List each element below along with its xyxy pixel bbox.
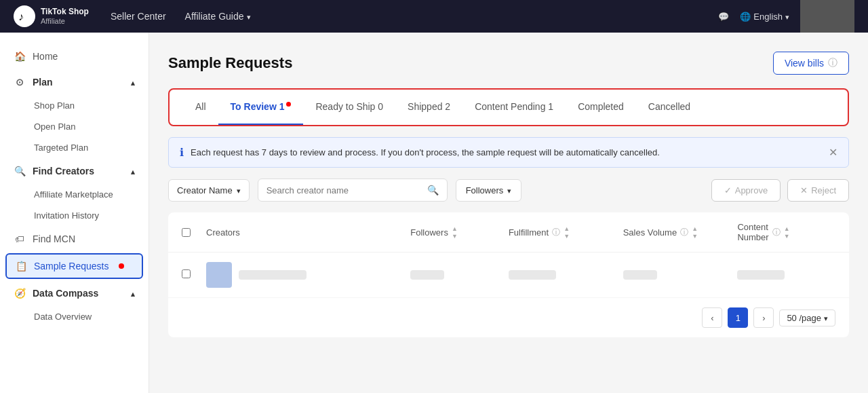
approve-check-icon: ✓ — [724, 185, 732, 195]
main-content: Sample Requests View bills ⓘ All To Revi… — [149, 33, 868, 393]
table-header: Creators Followers ▲ ▼ Fulfillment ⓘ ▲ ▼ — [168, 212, 849, 252]
language-chevron-icon — [785, 12, 789, 22]
sidebar-section-plan[interactable]: ⊙ Plan — [0, 69, 149, 95]
prev-page-button[interactable]: ‹ — [702, 307, 722, 328]
tab-all[interactable]: All — [183, 90, 218, 125]
info-banner-close-icon[interactable]: ✕ — [829, 146, 837, 159]
svg-point-0 — [14, 5, 35, 27]
sidebar: 🏠 Home ⊙ Plan Shop Plan Open Plan Target… — [0, 33, 149, 393]
td-followers — [410, 270, 509, 280]
find-creators-section-left: 🔍 Find Creators — [14, 165, 94, 177]
affiliate-guide-link[interactable]: Affiliate Guide — [185, 11, 251, 22]
sidebar-item-shop-plan[interactable]: Shop Plan — [0, 95, 149, 116]
data-compass-chevron-icon — [131, 288, 135, 299]
reject-x-icon: ✕ — [800, 185, 808, 195]
td-content-number — [737, 270, 835, 280]
td-fulfillment — [509, 270, 623, 280]
tab-content-pending[interactable]: Content Pending 1 — [462, 90, 566, 125]
per-page-selector[interactable]: 50 /page — [779, 310, 835, 326]
th-sales-volume[interactable]: Sales Volume ⓘ ▲ ▼ — [623, 225, 738, 240]
info-banner: ℹ Each request has 7 days to review and … — [168, 137, 849, 168]
td-checkbox[interactable] — [182, 269, 206, 280]
sidebar-item-targeted-plan[interactable]: Targeted Plan — [0, 137, 149, 158]
sidebar-section-data-compass[interactable]: 🧭 Data Compass — [0, 280, 149, 306]
affiliate-guide-chevron-icon — [247, 11, 251, 22]
fulfillment-value-placeholder — [509, 270, 556, 280]
followers-filter[interactable]: Followers — [456, 179, 522, 202]
creator-name-placeholder — [239, 270, 307, 280]
svg-text:♪: ♪ — [18, 11, 24, 22]
followers-value-placeholder — [410, 270, 444, 280]
tabs-card: All To Review 1 Ready to Ship 0 Shipped … — [168, 88, 849, 126]
data-compass-icon: 🧭 — [14, 287, 26, 299]
page-1-button[interactable]: 1 — [728, 307, 748, 328]
seller-center-link[interactable]: Seller Center — [111, 11, 166, 22]
home-icon: 🏠 — [14, 50, 26, 62]
th-followers[interactable]: Followers ▲ ▼ — [410, 225, 509, 240]
page-header: Sample Requests View bills ⓘ — [168, 52, 849, 75]
sidebar-item-sample-requests[interactable]: 📋 Sample Requests — [5, 253, 143, 279]
search-icon: 🔍 — [427, 185, 439, 195]
td-creator — [206, 262, 410, 288]
view-bills-info-icon: ⓘ — [828, 57, 837, 69]
user-avatar[interactable] — [800, 0, 854, 33]
th-content-number[interactable]: ContentNumber ⓘ ▲ ▼ — [737, 222, 835, 242]
td-sales-volume — [623, 270, 738, 280]
tab-cancelled[interactable]: Cancelled — [636, 90, 703, 125]
sidebar-item-find-mcn[interactable]: 🏷 Find MCN — [0, 226, 149, 252]
topnav: ♪ TikTok Shop Affiliate Seller Center Af… — [0, 0, 868, 33]
approve-button[interactable]: ✓ Approve — [711, 179, 781, 202]
tab-completed[interactable]: Completed — [566, 90, 636, 125]
sidebar-item-affiliate-marketplace[interactable]: Affiliate Marketplace — [0, 184, 149, 205]
sales-volume-help-icon[interactable]: ⓘ — [680, 227, 688, 238]
next-page-button[interactable]: › — [753, 307, 774, 328]
sales-sort-icon[interactable]: ▲ ▼ — [692, 225, 698, 240]
creator-name-filter[interactable]: Creator Name — [168, 179, 250, 202]
sidebar-item-data-overview[interactable]: Data Overview — [0, 306, 149, 327]
sidebar-item-open-plan[interactable]: Open Plan — [0, 116, 149, 137]
sample-requests-icon: 📋 — [15, 260, 27, 272]
content-number-help-icon[interactable]: ⓘ — [772, 227, 781, 238]
content-value-placeholder — [737, 270, 785, 280]
search-input[interactable] — [267, 185, 422, 195]
followers-sort-icon[interactable]: ▲ ▼ — [452, 225, 458, 240]
sidebar-item-home[interactable]: 🏠 Home — [0, 43, 149, 69]
sidebar-item-invitation-history[interactable]: Invitation History — [0, 205, 149, 226]
sidebar-section-find-creators[interactable]: 🔍 Find Creators — [0, 158, 149, 184]
content-sort-icon[interactable]: ▲ ▼ — [784, 225, 790, 240]
view-bills-button[interactable]: View bills ⓘ — [773, 52, 849, 75]
plan-icon: ⊙ — [14, 76, 26, 88]
th-checkbox[interactable] — [182, 228, 206, 237]
message-icon[interactable]: 💬 — [718, 12, 729, 22]
tab-to-review[interactable]: To Review 1 — [218, 90, 304, 125]
fulfillment-help-icon[interactable]: ⓘ — [552, 227, 560, 238]
sample-requests-dot — [119, 263, 124, 269]
th-fulfillment[interactable]: Fulfillment ⓘ ▲ ▼ — [509, 225, 623, 240]
globe-icon: 🌐 — [740, 12, 751, 22]
tiktok-logo-icon: ♪ — [14, 5, 35, 27]
language-selector[interactable]: 🌐 English — [740, 12, 789, 22]
data-compass-section-left: 🧭 Data Compass — [14, 287, 98, 299]
fulfillment-sort-icon[interactable]: ▲ ▼ — [564, 225, 570, 240]
followers-chevron-icon — [507, 185, 511, 195]
creator-name-chevron-icon — [237, 185, 241, 195]
plan-section-left: ⊙ Plan — [14, 76, 53, 88]
tab-shipped[interactable]: Shipped 2 — [395, 90, 462, 125]
find-creators-chevron-icon — [131, 166, 135, 176]
select-all-checkbox[interactable] — [182, 228, 191, 237]
find-mcn-icon: 🏷 — [14, 233, 26, 245]
table-card: Creators Followers ▲ ▼ Fulfillment ⓘ ▲ ▼ — [168, 212, 849, 337]
search-box[interactable]: 🔍 — [258, 179, 448, 202]
creator-info — [239, 270, 307, 280]
topnav-links: Seller Center Affiliate Guide — [111, 11, 696, 22]
reject-button[interactable]: ✕ Reject — [787, 179, 849, 202]
tab-ready-to-ship[interactable]: Ready to Ship 0 — [303, 90, 395, 125]
page-title: Sample Requests — [168, 54, 292, 72]
logo[interactable]: ♪ TikTok Shop Affiliate — [14, 5, 89, 27]
per-page-chevron-icon — [824, 313, 828, 323]
row-checkbox[interactable] — [182, 269, 191, 278]
action-buttons: ✓ Approve ✕ Reject — [711, 179, 849, 202]
plan-chevron-icon — [131, 77, 135, 88]
info-banner-left: ℹ Each request has 7 days to review and … — [180, 146, 660, 159]
creator-avatar — [206, 262, 232, 288]
